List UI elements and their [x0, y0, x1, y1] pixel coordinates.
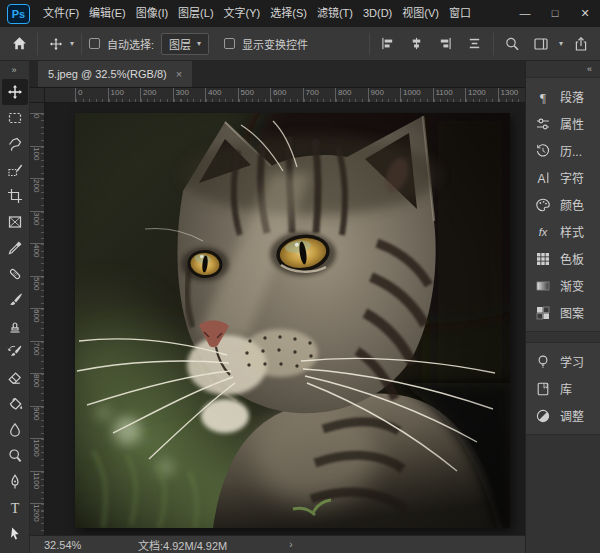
workspace-icon[interactable]	[530, 32, 552, 56]
libraries-icon	[535, 381, 551, 397]
svg-text:fx: fx	[539, 226, 548, 238]
svg-text:¶: ¶	[540, 89, 546, 104]
color-icon	[535, 197, 551, 213]
tool-clone-stamp[interactable]	[2, 313, 28, 339]
show-transform-checkbox[interactable]	[224, 38, 235, 49]
panel-adjustments[interactable]: 调整	[526, 402, 600, 429]
panel-label: 色板	[560, 250, 584, 267]
tool-pen[interactable]	[2, 469, 28, 495]
auto-select-value: 图层	[169, 36, 191, 52]
panel-swatches[interactable]: 色板	[526, 245, 600, 272]
chevron-down-icon: ▾	[70, 39, 74, 48]
menu-item[interactable]: 窗口	[444, 0, 476, 27]
photoshop-window: Ps 文件(F)编辑(E)图像(I)图层(L)文字(Y)选择(S)滤镜(T)3D…	[0, 0, 600, 553]
zoom-level[interactable]: 32.54%	[44, 539, 96, 551]
divider	[81, 33, 82, 55]
chevron-down-icon: ▾	[197, 39, 201, 48]
panel-label: 渐变	[560, 277, 584, 294]
panel-paragraph[interactable]: ¶ 段落	[526, 83, 600, 110]
properties-icon	[535, 116, 551, 132]
panel-label: 颜色	[560, 196, 584, 213]
tab-close-icon[interactable]: ×	[176, 68, 182, 80]
tool-strip: »	[0, 61, 30, 553]
share-icon[interactable]	[570, 32, 592, 56]
panel-color[interactable]: 颜色	[526, 191, 600, 218]
panel-history[interactable]: 历...	[526, 137, 600, 164]
close-button[interactable]: ✕	[570, 0, 600, 27]
ruler-corner	[30, 88, 45, 103]
tool-paint-bucket[interactable]	[2, 391, 28, 417]
align-right-icon[interactable]	[435, 32, 457, 56]
tool-move[interactable]	[2, 79, 28, 105]
menu-item[interactable]: 文字(Y)	[219, 0, 266, 27]
document-size-info: 文档:4.92M/4.92M	[138, 537, 227, 553]
tool-dodge[interactable]	[2, 443, 28, 469]
tool-lasso[interactable]	[2, 131, 28, 157]
tool-rectangular-marquee[interactable]	[2, 105, 28, 131]
home-icon[interactable]	[8, 32, 30, 56]
tool-object-selection[interactable]	[2, 157, 28, 183]
canvas-pasteboard[interactable]: 0100200300400500600700800900100011001200…	[30, 88, 525, 535]
collapse-panels-icon[interactable]: «	[587, 64, 593, 74]
adjustments-icon	[535, 408, 551, 424]
panel-libraries[interactable]: 库	[526, 375, 600, 402]
tool-crop[interactable]	[2, 183, 28, 209]
maximize-button[interactable]: □	[540, 0, 570, 27]
menu-item[interactable]: 滤镜(T)	[312, 0, 358, 27]
panel-label: 调整	[560, 407, 584, 424]
main-area: »	[0, 61, 600, 553]
tool-eraser[interactable]	[2, 365, 28, 391]
divider	[493, 33, 494, 55]
gradients-icon	[535, 278, 551, 294]
panel-group-1: ¶ 段落 属性 历... A 字符 颜色	[526, 77, 600, 332]
tool-eyedropper[interactable]	[2, 235, 28, 261]
panel-learn[interactable]: 学习	[526, 348, 600, 375]
menu-item[interactable]: 选择(S)	[265, 0, 312, 27]
tool-blur[interactable]	[2, 417, 28, 443]
minimize-button[interactable]: —	[510, 0, 540, 27]
divider	[369, 33, 370, 55]
tool-preset-move[interactable]: ▾	[45, 32, 74, 56]
distribute-icon[interactable]	[464, 32, 486, 56]
status-expander-icon[interactable]: ›	[289, 539, 292, 550]
panel-group-2: 学习 库 调整	[526, 342, 600, 435]
chevron-down-icon[interactable]: ▾	[559, 39, 563, 48]
toolbar-expand-icon[interactable]: »	[0, 61, 29, 79]
divider	[37, 33, 38, 55]
learn-icon	[535, 354, 551, 370]
panel-properties[interactable]: 属性	[526, 110, 600, 137]
menu-item[interactable]: 图像(I)	[131, 0, 173, 27]
search-icon[interactable]	[501, 32, 523, 56]
menu-item[interactable]: 3D(D)	[358, 0, 397, 27]
document-image[interactable]	[75, 113, 510, 528]
align-left-icon[interactable]	[377, 32, 399, 56]
panel-label: 库	[560, 380, 572, 397]
tool-type[interactable]: T	[2, 495, 28, 521]
panel-gradients[interactable]: 渐变	[526, 272, 600, 299]
panel-label: 学习	[560, 353, 584, 370]
document-tab[interactable]: 5.jpeg @ 32.5%(RGB/8) ×	[38, 61, 192, 87]
panel-styles[interactable]: fx 样式	[526, 218, 600, 245]
panel-label: 历...	[560, 142, 582, 159]
tool-frame[interactable]	[2, 209, 28, 235]
menu-item[interactable]: 文件(F)	[38, 0, 84, 27]
auto-select-label: 自动选择:	[107, 36, 154, 52]
tool-brush[interactable]	[2, 287, 28, 313]
menu-item[interactable]: 编辑(E)	[84, 0, 131, 27]
menu-item[interactable]: 图层(L)	[173, 0, 218, 27]
document-area: 5.jpeg @ 32.5%(RGB/8) × 0100200300400500…	[30, 61, 525, 553]
document-tab-title: 5.jpeg @ 32.5%(RGB/8)	[48, 68, 167, 80]
auto-select-dropdown[interactable]: 图层 ▾	[161, 33, 209, 55]
panel-label: 图案	[560, 304, 584, 321]
tool-path-selection[interactable]	[2, 521, 28, 547]
menu-item[interactable]: 视图(V)	[397, 0, 444, 27]
auto-select-checkbox[interactable]	[89, 38, 100, 49]
align-center-icon[interactable]	[406, 32, 428, 56]
swatches-icon	[535, 251, 551, 267]
move-icon	[45, 32, 67, 56]
tool-spot-healing-brush[interactable]	[2, 261, 28, 287]
panel-patterns[interactable]: 图案	[526, 299, 600, 326]
panel-character[interactable]: A 字符	[526, 164, 600, 191]
panel-label: 属性	[560, 115, 584, 132]
tool-history-brush[interactable]	[2, 339, 28, 365]
